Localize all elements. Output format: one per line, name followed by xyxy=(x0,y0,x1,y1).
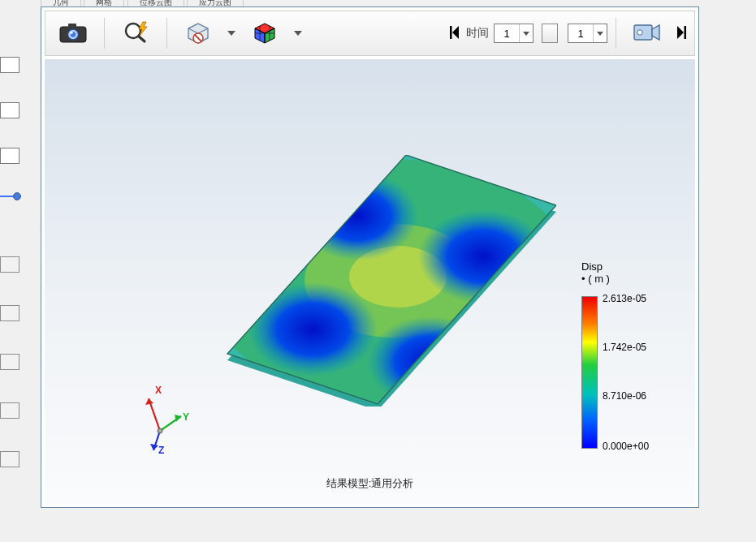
video-camera-icon xyxy=(633,23,661,45)
magnifier-lightning-icon xyxy=(123,20,149,47)
input-stub[interactable] xyxy=(0,57,19,73)
camera-icon xyxy=(59,22,87,45)
step-combo[interactable]: 1 xyxy=(568,24,607,43)
legend-tick-min: 0.000e+00 xyxy=(603,441,649,452)
svg-point-35 xyxy=(203,159,556,402)
svg-point-29 xyxy=(637,29,642,34)
svg-point-41 xyxy=(367,316,494,406)
automatic-zoom-button[interactable] xyxy=(113,16,158,50)
contour-plate xyxy=(175,155,556,406)
legend-marker-icon: • xyxy=(581,273,585,285)
svg-rect-27 xyxy=(634,25,652,40)
svg-marker-26 xyxy=(597,32,603,36)
colormap-cube-icon xyxy=(252,20,278,47)
chevron-down-icon xyxy=(519,24,533,42)
left-property-stubs xyxy=(0,57,19,500)
timestep-next-button[interactable] xyxy=(673,16,689,50)
timestep-prev-button[interactable] xyxy=(447,16,463,50)
tab-mesh[interactable]: 网格 xyxy=(84,0,124,6)
svg-marker-28 xyxy=(652,25,659,40)
svg-marker-34 xyxy=(227,155,556,404)
svg-rect-24 xyxy=(450,26,452,39)
time-combo[interactable]: 1 xyxy=(494,24,534,43)
viewer-tab-row: 几何 网格 位移云图 应力云图 xyxy=(41,0,706,6)
animation-button[interactable] xyxy=(624,16,670,50)
legend-color-bar xyxy=(581,296,598,449)
legend-tick-2: 1.742e-05 xyxy=(603,342,646,353)
svg-marker-12 xyxy=(227,31,235,36)
svg-point-39 xyxy=(418,209,548,303)
time-label: 时间 xyxy=(466,26,489,41)
skip-forward-icon xyxy=(676,26,687,41)
svg-point-36 xyxy=(305,224,483,338)
svg-marker-23 xyxy=(452,26,459,39)
svg-marker-45 xyxy=(145,398,153,405)
svg-marker-30 xyxy=(677,26,684,39)
tab-stress[interactable]: 应力云图 xyxy=(187,0,244,6)
cube-hidden-icon xyxy=(184,20,212,47)
button-stub[interactable] xyxy=(0,354,19,370)
svg-rect-2 xyxy=(68,24,76,28)
svg-marker-43 xyxy=(227,155,556,404)
color-legend: Disp • ( m ) 2.613e-05 1.742e-05 8.710e-… xyxy=(581,260,671,455)
display-style-dropdown[interactable] xyxy=(224,16,239,50)
input-stub[interactable] xyxy=(0,102,19,118)
slider-stub[interactable] xyxy=(0,193,18,200)
result-viewer: 时间 1 1 xyxy=(41,6,699,508)
legend-tick-1: 8.710e-06 xyxy=(603,390,646,402)
colormap-dropdown[interactable] xyxy=(291,16,305,50)
axis-z-label: Z xyxy=(158,445,164,455)
tab-displacement[interactable]: 位移云图 xyxy=(127,0,184,6)
skip-back-icon xyxy=(449,26,460,41)
legend-tick-max: 2.613e-05 xyxy=(603,293,646,304)
svg-marker-49 xyxy=(150,444,158,450)
legend-title-line1: Disp xyxy=(581,260,603,273)
svg-point-37 xyxy=(349,246,447,308)
time-combo-value: 1 xyxy=(495,28,519,40)
colormap-button[interactable] xyxy=(242,16,287,50)
chevron-down-icon xyxy=(294,31,302,36)
button-stub[interactable] xyxy=(0,451,19,467)
svg-marker-33 xyxy=(227,161,556,406)
legend-title-line2: ( m ) xyxy=(588,273,610,285)
svg-line-7 xyxy=(139,36,145,41)
svg-marker-25 xyxy=(523,32,529,36)
result-canvas[interactable]: X Y Z Disp • ( m ) 2.613e-05 1.742e-05 8… xyxy=(45,59,695,504)
button-stub[interactable] xyxy=(0,305,19,321)
button-stub[interactable] xyxy=(0,256,19,273)
step-combo-value: 1 xyxy=(568,28,593,40)
time-selector: 时间 1 1 xyxy=(466,24,607,43)
viewer-toolbar: 时间 1 1 xyxy=(45,11,695,56)
chevron-down-icon xyxy=(593,24,607,42)
svg-marker-22 xyxy=(294,31,302,36)
svg-point-50 xyxy=(158,428,162,433)
axis-triad: X Y Z xyxy=(134,382,191,455)
display-style-button[interactable] xyxy=(175,16,221,50)
svg-point-5 xyxy=(71,32,73,34)
svg-point-38 xyxy=(296,171,418,260)
axis-y-label: Y xyxy=(183,411,189,423)
svg-point-40 xyxy=(248,282,378,376)
svg-point-42 xyxy=(451,295,540,363)
button-stub[interactable] xyxy=(0,402,19,419)
time-decrement-button[interactable] xyxy=(542,24,558,43)
tab-geometry[interactable]: 几何 xyxy=(41,0,81,6)
screenshot-button[interactable] xyxy=(50,16,96,50)
svg-rect-31 xyxy=(685,26,687,39)
chevron-down-icon xyxy=(227,31,235,36)
result-title: 结果模型:通用分析 xyxy=(45,476,695,491)
axis-x-label: X xyxy=(155,385,162,396)
input-stub[interactable] xyxy=(0,148,19,164)
